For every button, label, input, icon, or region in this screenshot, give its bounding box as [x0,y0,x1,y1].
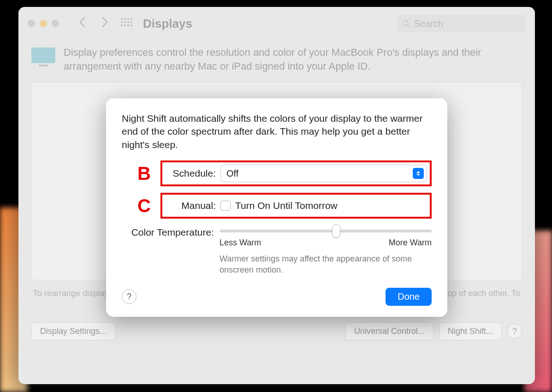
universal-control-button[interactable]: Universal Control... [345,322,433,340]
night-shift-sheet: Night Shift automatically shifts the col… [106,98,447,317]
night-shift-button[interactable]: Night Shift... [439,322,502,340]
schedule-value: Off [226,168,238,179]
chevron-left-icon [78,16,87,28]
slider-note: Warmer settings may affect the appearanc… [220,253,432,276]
chevron-right-icon [101,16,109,28]
color-temperature-slider[interactable] [220,230,432,232]
zoom-window-button[interactable] [52,20,59,27]
search-input[interactable]: Search [397,14,526,33]
slider-min-label: Less Warm [220,238,261,248]
schedule-highlight-box: Schedule: Off [160,160,432,186]
display-settings-button[interactable]: Display Settings... [31,322,115,340]
annotation-c: C [137,196,151,216]
show-all-icon[interactable] [121,18,132,29]
search-icon [402,19,410,28]
sheet-footer: ? Done [122,288,432,306]
display-icon [31,48,55,67]
help-button[interactable]: ? [507,324,522,339]
traffic-lights [28,20,59,27]
slider-range-labels: Less Warm More Warm [220,238,432,248]
back-button[interactable] [75,16,90,31]
done-button[interactable]: Done [386,288,432,306]
color-temperature-slider-wrap: Less Warm More Warm Warmer settings may … [220,226,432,276]
intro-text: Display preferences control the resoluti… [64,46,522,73]
schedule-select[interactable]: Off [220,165,427,182]
manual-checkbox[interactable] [220,201,231,211]
schedule-row: B Schedule: Off [122,160,432,186]
color-temperature-row: Color Temperature: Less Warm More Warm W… [122,226,432,276]
slider-max-label: More Warm [389,238,432,248]
window-title: Displays [143,17,192,31]
preferences-window: Displays Search Display preferences cont… [18,7,535,384]
sheet-description: Night Shift automatically shifts the col… [122,112,432,151]
manual-label: Manual: [165,200,220,211]
intro-row: Display preferences control the resoluti… [31,46,522,73]
updown-icon [413,168,424,179]
forward-button[interactable] [97,16,113,31]
minimize-window-button[interactable] [40,20,47,27]
window-toolbar: Displays Search [18,7,535,40]
manual-checkbox-label: Turn On Until Tomorrow [235,200,338,211]
annotation-b: B [137,163,151,184]
manual-row: C Manual: Turn On Until Tomorrow [122,193,432,219]
sheet-help-button[interactable]: ? [122,289,137,304]
bottom-button-row: Display Settings... Universal Control...… [31,322,522,340]
color-temperature-label: Color Temperature: [122,226,220,238]
slider-thumb[interactable] [332,224,340,238]
manual-highlight-box: Manual: Turn On Until Tomorrow [160,193,432,219]
search-placeholder: Search [414,18,443,29]
close-window-button[interactable] [28,20,35,27]
schedule-label: Schedule: [165,168,220,179]
